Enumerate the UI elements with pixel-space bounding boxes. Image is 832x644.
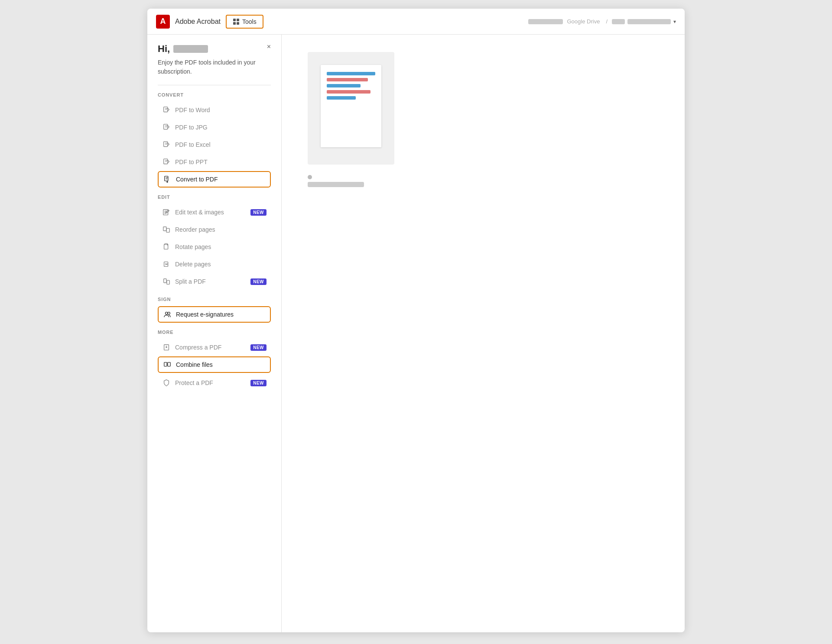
chevron-down-icon[interactable]: ▾ bbox=[673, 19, 676, 25]
sidebar-item-pdf-to-jpg[interactable]: PDF to JPG bbox=[158, 119, 271, 136]
svg-point-16 bbox=[166, 312, 168, 314]
pdf-to-word-icon bbox=[162, 106, 171, 114]
subtitle-line2: subscription. bbox=[158, 68, 192, 75]
pdf-to-jpg-icon bbox=[162, 123, 171, 132]
breadcrumb-separator: Google Drive bbox=[567, 18, 600, 25]
pdf-preview bbox=[308, 52, 394, 165]
pdf-inner bbox=[321, 65, 381, 147]
protect-a-pdf-label: Protect a PDF bbox=[175, 379, 246, 386]
split-a-pdf-new-badge: NEW bbox=[250, 278, 266, 285]
compress-a-pdf-label: Compress a PDF bbox=[175, 344, 246, 351]
svg-rect-20 bbox=[168, 362, 170, 366]
convert-section-label: CONVERT bbox=[158, 92, 271, 97]
sidebar-item-pdf-to-word[interactable]: PDF to Word bbox=[158, 102, 271, 118]
edit-text-images-new-badge: NEW bbox=[250, 209, 266, 216]
sign-section: SIGN Request e-signatures bbox=[158, 297, 271, 323]
sidebar-item-split-a-pdf[interactable]: Split a PDF NEW bbox=[158, 273, 271, 290]
greeting-subtitle: Enjoy the PDF tools included in your sub… bbox=[158, 58, 271, 76]
file-type-dot bbox=[308, 175, 312, 179]
sidebar-item-pdf-to-ppt[interactable]: PDF to PPT bbox=[158, 154, 271, 170]
combine-files-icon bbox=[163, 360, 172, 369]
request-esignatures-icon bbox=[163, 310, 172, 319]
sidebar-item-convert-to-pdf[interactable]: Convert to PDF bbox=[158, 171, 271, 188]
tools-button[interactable]: Tools bbox=[226, 15, 263, 29]
pdf-to-excel-icon bbox=[162, 140, 171, 149]
convert-section: CONVERT PDF to Word bbox=[158, 92, 271, 188]
pdf-line-1 bbox=[327, 72, 375, 75]
rotate-pages-label: Rotate pages bbox=[175, 243, 266, 250]
svg-rect-3 bbox=[237, 22, 239, 25]
pdf-to-jpg-label: PDF to JPG bbox=[175, 124, 266, 131]
app-name-label: Adobe Acrobat bbox=[175, 18, 221, 26]
user-name-redacted bbox=[173, 45, 208, 53]
sidebar-item-rotate-pages[interactable]: Rotate pages bbox=[158, 239, 271, 255]
svg-rect-0 bbox=[233, 19, 236, 21]
svg-rect-14 bbox=[164, 279, 166, 283]
tools-label: Tools bbox=[242, 18, 257, 25]
header-right: Google Drive / ▾ bbox=[528, 18, 676, 25]
compress-a-pdf-new-badge: NEW bbox=[250, 344, 266, 351]
app-window: A Adobe Acrobat Tools Google Drive / ▾ bbox=[147, 9, 685, 632]
protect-a-pdf-icon bbox=[162, 379, 171, 387]
drive-icon-blur bbox=[612, 19, 625, 24]
sidebar: Hi, Enjoy the PDF tools included in your… bbox=[147, 35, 282, 632]
pdf-line-4 bbox=[327, 90, 370, 94]
adobe-logo-letter: A bbox=[160, 17, 166, 26]
sidebar-item-delete-pages[interactable]: Delete pages bbox=[158, 256, 271, 272]
pdf-to-word-label: PDF to Word bbox=[175, 107, 266, 113]
user-name-blur bbox=[528, 19, 563, 24]
greeting-section: Hi, Enjoy the PDF tools included in your… bbox=[158, 43, 271, 76]
path-separator: / bbox=[606, 18, 608, 25]
sidebar-item-request-esignatures[interactable]: Request e-signatures bbox=[158, 306, 271, 323]
convert-to-pdf-label: Convert to PDF bbox=[176, 176, 266, 183]
sidebar-item-combine-files[interactable]: Combine files bbox=[158, 356, 271, 373]
pdf-to-excel-label: PDF to Excel bbox=[175, 141, 266, 148]
pdf-to-ppt-icon bbox=[162, 158, 171, 166]
pdf-line-3 bbox=[327, 84, 361, 87]
more-section: MORE Compress a PDF NEW bbox=[158, 330, 271, 391]
split-a-pdf-label: Split a PDF bbox=[175, 278, 246, 285]
edit-section-label: EDIT bbox=[158, 194, 271, 200]
more-section-label: MORE bbox=[158, 330, 271, 335]
compress-a-pdf-icon bbox=[162, 343, 171, 352]
svg-rect-15 bbox=[167, 280, 169, 284]
delete-pages-icon bbox=[162, 260, 171, 269]
svg-rect-2 bbox=[233, 22, 236, 25]
edit-text-images-label: Edit text & images bbox=[175, 209, 246, 216]
hi-label: Hi, bbox=[158, 43, 170, 55]
divider-1 bbox=[158, 85, 271, 85]
combine-files-label: Combine files bbox=[176, 361, 266, 368]
delete-pages-label: Delete pages bbox=[175, 261, 266, 268]
file-name-blur bbox=[627, 19, 671, 24]
close-button[interactable]: × bbox=[267, 43, 271, 50]
greeting-title: Hi, bbox=[158, 43, 271, 55]
adobe-logo: A bbox=[156, 15, 170, 29]
sidebar-item-edit-text-images[interactable]: Edit text & images NEW bbox=[158, 204, 271, 220]
subtitle-line1: Enjoy the PDF tools included in your bbox=[158, 59, 256, 66]
reorder-pages-icon bbox=[162, 225, 171, 234]
edit-text-images-icon bbox=[162, 208, 171, 217]
svg-rect-1 bbox=[237, 19, 239, 21]
pdf-line-2 bbox=[327, 78, 368, 81]
sidebar-item-reorder-pages[interactable]: Reorder pages bbox=[158, 221, 271, 238]
sidebar-item-pdf-to-excel[interactable]: PDF to Excel bbox=[158, 136, 271, 153]
sign-section-label: SIGN bbox=[158, 297, 271, 302]
sidebar-item-protect-a-pdf[interactable]: Protect a PDF NEW bbox=[158, 375, 271, 391]
svg-rect-8 bbox=[165, 176, 168, 181]
svg-rect-10 bbox=[163, 227, 166, 231]
request-esignatures-label: Request e-signatures bbox=[176, 311, 266, 318]
content-area bbox=[282, 35, 685, 632]
grid-icon bbox=[233, 18, 240, 25]
svg-rect-11 bbox=[166, 228, 169, 232]
pdf-line-5 bbox=[327, 96, 356, 100]
edit-section: EDIT Edit text & images NEW bbox=[158, 194, 271, 290]
protect-a-pdf-new-badge: NEW bbox=[250, 380, 266, 386]
rotate-pages-icon bbox=[162, 243, 171, 251]
header: A Adobe Acrobat Tools Google Drive / ▾ bbox=[147, 9, 685, 35]
header-left: A Adobe Acrobat Tools bbox=[156, 15, 263, 29]
file-info bbox=[308, 175, 364, 187]
sidebar-item-compress-a-pdf[interactable]: Compress a PDF NEW bbox=[158, 339, 271, 356]
svg-point-17 bbox=[168, 312, 170, 314]
pdf-to-ppt-label: PDF to PPT bbox=[175, 159, 266, 165]
reorder-pages-label: Reorder pages bbox=[175, 226, 266, 233]
